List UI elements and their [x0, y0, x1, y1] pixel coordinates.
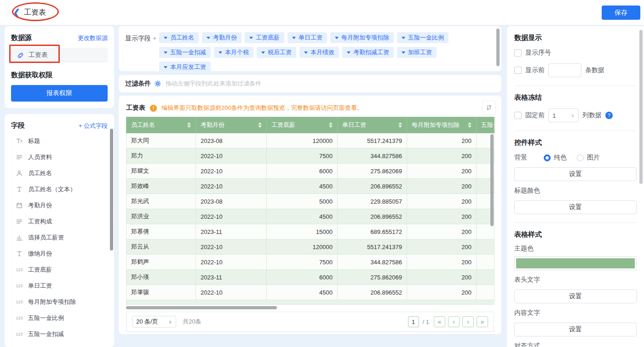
sort-carets-icon[interactable]	[258, 122, 262, 128]
next-page-button[interactable]: ›	[462, 316, 474, 327]
table-row[interactable]: 郑大同2023-081200005517.241379200	[126, 133, 494, 148]
display-field-chip[interactable]: 本月个税	[214, 47, 253, 58]
show-first-count-input[interactable]	[548, 63, 581, 77]
last-page-button[interactable]: »	[477, 316, 488, 327]
datasource-item[interactable]: 工资表	[11, 48, 108, 63]
display-field-chip[interactable]: 五险一金比例	[397, 32, 448, 43]
fields-scrollbar[interactable]	[110, 129, 113, 250]
chevron-down-icon	[218, 51, 222, 54]
field-item[interactable]: 缴纳月份	[11, 245, 108, 262]
display-field-chip[interactable]: 考勤扣减工资	[342, 47, 394, 58]
table-vertical-scrollbar[interactable]	[490, 134, 494, 226]
table-row[interactable]: 郑鹤声2022-107500344.827586200	[126, 255, 494, 270]
field-item[interactable]: 123五险一金扣减	[11, 326, 108, 342]
table-horizontal-scrollbar[interactable]	[126, 306, 277, 309]
table-row[interactable]: 郑小瑛2023-116000275.862069200	[126, 270, 494, 285]
display-field-chip[interactable]: 本月应发工资	[159, 62, 211, 71]
display-fields-scrollbar[interactable]	[496, 28, 500, 66]
field-item[interactable]: 123本月个税	[11, 342, 108, 347]
change-datasource-link[interactable]: 更改数据源	[78, 34, 108, 42]
column-header[interactable]: 五险一金	[477, 117, 494, 133]
field-item-label: 考勤月份	[28, 201, 52, 210]
table-row[interactable]: 郑慕倩2023-1115000689.655172200	[126, 224, 494, 239]
theme-color-fill	[516, 258, 635, 268]
table-row[interactable]: 郑效峰2022-104500206.896552200	[126, 179, 494, 194]
show-index-checkbox[interactable]	[514, 49, 522, 57]
display-field-chip[interactable]: 单日工资	[288, 32, 327, 43]
display-field-chip[interactable]: 每月附加专项扣除	[330, 32, 394, 43]
field-item[interactable]: 考勤月份	[11, 197, 108, 213]
show-first-checkbox[interactable]	[514, 67, 522, 74]
table-row[interactable]: 郑力2022-107500344.827586200	[126, 148, 494, 164]
filter-panel: 过滤条件 拖动左侧字段到此处来添加过滤条件	[119, 75, 501, 92]
display-field-chip[interactable]: 工资底薪	[245, 32, 284, 43]
bg-image-radio[interactable]: 图片	[577, 154, 600, 162]
field-item[interactable]: 人员资料	[11, 149, 108, 165]
sort-carets-icon[interactable]	[398, 122, 402, 128]
content-text-set-button[interactable]: 设置	[514, 323, 637, 336]
help-icon[interactable]: ?	[605, 112, 613, 119]
back-icon[interactable]: ❮	[13, 7, 21, 17]
page-number-input[interactable]	[408, 316, 419, 327]
field-item[interactable]: 工资构成	[11, 213, 108, 229]
display-field-chip[interactable]: 税后工资	[257, 47, 296, 58]
display-field-chip[interactable]: 员工姓名	[159, 32, 199, 43]
field-item[interactable]: 员工姓名	[11, 165, 108, 181]
chip-label: 单日工资	[299, 34, 322, 42]
sort-carets-icon[interactable]	[329, 122, 333, 128]
table-cell: 6000	[267, 270, 338, 285]
sort-carets-icon[interactable]	[187, 122, 191, 128]
field-item[interactable]: 员工姓名（文本）	[11, 181, 108, 197]
table-row[interactable]: 郑洪业2022-104500206.896552200	[126, 209, 494, 224]
add-display-field-button[interactable]: +	[153, 34, 156, 42]
sort-order-icon[interactable]	[482, 101, 496, 114]
display-field-chip[interactable]: 五险一金扣减	[159, 47, 211, 58]
theme-color-swatch[interactable]	[514, 256, 637, 270]
column-header[interactable]: 考勤月份	[196, 117, 267, 133]
column-header[interactable]: 每月附加专项扣除	[407, 117, 477, 133]
table-cell: 275.862069	[338, 164, 407, 179]
first-page-button[interactable]: «	[434, 316, 445, 327]
freeze-columns-checkbox[interactable]	[514, 112, 522, 119]
table-row[interactable]: 郑光武2023-085000229.885057200	[126, 194, 494, 209]
field-item[interactable]: 123五险一金比例	[11, 310, 108, 326]
save-button[interactable]: 保存	[602, 6, 640, 20]
title-icon	[15, 138, 24, 144]
table-row[interactable]: 郑肇骧2022-104500206.896552200	[126, 285, 494, 300]
background-set-button[interactable]: 设置	[514, 167, 637, 181]
filter-settings-gear-icon[interactable]	[155, 80, 161, 87]
table-row[interactable]: 郑耀文2022-106000275.862069200	[126, 164, 494, 179]
field-item[interactable]: 123单日工资	[11, 278, 108, 294]
table-cell	[477, 270, 494, 285]
chip-label: 本月个税	[225, 48, 249, 57]
settings-scrollbar[interactable]	[639, 30, 643, 184]
field-item[interactable]: 选择员工薪资	[11, 229, 108, 245]
data-display-section-title: 数据显示	[514, 34, 637, 42]
table-freeze-section-title: 表格冻结	[514, 93, 637, 102]
prev-page-button[interactable]: ‹	[448, 316, 460, 327]
display-field-chip[interactable]: 加班工资	[397, 47, 437, 58]
header-text-set-button[interactable]: 设置	[514, 290, 637, 303]
field-item-label: 工资底薪	[28, 266, 52, 274]
sort-carets-icon[interactable]	[468, 122, 472, 128]
freeze-suffix: 列数据	[582, 111, 602, 119]
table-cell: 7500	[267, 148, 338, 164]
page-size-select[interactable]: 20 条/页∨	[132, 316, 176, 328]
freeze-count-select[interactable]: 1∨	[548, 108, 579, 122]
report-permission-button[interactable]: 报表权限	[11, 85, 108, 102]
bg-solid-radio[interactable]: 纯色	[544, 154, 567, 162]
table-row[interactable]: 郑云从2022-101200005517.241379200	[126, 239, 494, 255]
column-header[interactable]: 单日工资	[338, 117, 407, 133]
display-field-chip[interactable]: 本月绩效	[299, 47, 339, 58]
column-header[interactable]: 工资底薪	[267, 117, 338, 133]
field-item[interactable]: 123每月附加专项扣除	[11, 294, 108, 310]
field-item[interactable]: 123工资底薪	[11, 262, 108, 278]
field-item[interactable]: 标题	[11, 133, 108, 149]
chevron-down-icon	[261, 51, 265, 54]
display-field-chip[interactable]: 考勤月份	[202, 32, 242, 43]
chevron-down-icon	[164, 66, 167, 68]
chip-label: 考勤扣减工资	[353, 48, 389, 57]
title-color-set-button[interactable]: 设置	[514, 200, 637, 214]
column-header[interactable]: 员工姓名	[126, 117, 196, 133]
add-formula-field-link[interactable]: + 公式字段	[79, 122, 108, 130]
